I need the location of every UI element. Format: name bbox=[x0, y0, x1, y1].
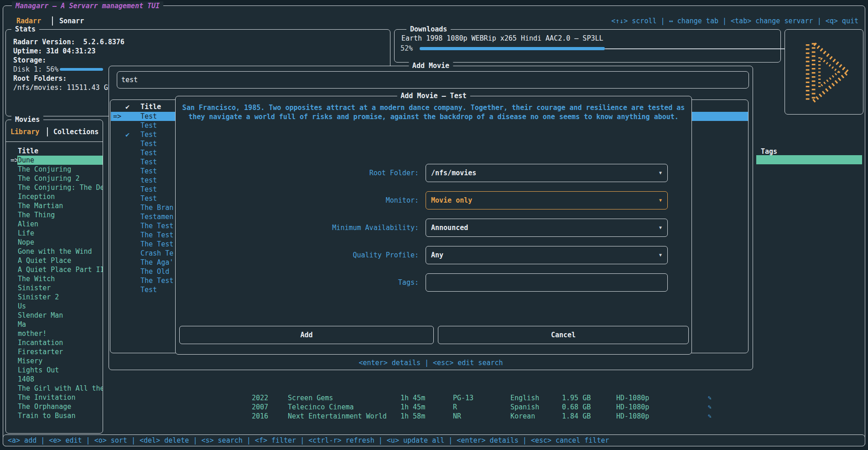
movie-search-input[interactable] bbox=[121, 72, 742, 88]
app-title: Managarr – A Servarr management TUI bbox=[12, 1, 163, 10]
movie-list-item[interactable]: Slender Man bbox=[6, 311, 103, 320]
table-row[interactable]: 2022Screen Gems1h 45mPG-13English1.95 GB… bbox=[0, 393, 868, 403]
selected-arrow bbox=[6, 220, 17, 229]
field-value: Announced bbox=[431, 219, 468, 236]
movie-title: Life bbox=[17, 229, 103, 238]
movie-title: Misery bbox=[17, 356, 103, 366]
movie-list-item[interactable]: Nope bbox=[6, 238, 103, 247]
bottom-keybind-hints: <a> add | <e> edit | <o> sort | <del> de… bbox=[8, 436, 609, 445]
download-progress-track bbox=[605, 48, 801, 49]
cell-language: English bbox=[510, 393, 539, 403]
field-value: Any bbox=[431, 246, 443, 264]
field-dropdown[interactable]: Any▼ bbox=[426, 246, 668, 264]
movie-list-item[interactable]: Us bbox=[6, 302, 103, 311]
add-button[interactable]: Add bbox=[179, 326, 434, 344]
movie-title: The Thing bbox=[17, 210, 103, 220]
movie-list-item[interactable]: A Quiet Place Part II bbox=[6, 265, 103, 274]
field-dropdown[interactable]: Movie only▼ bbox=[426, 191, 668, 209]
chevron-down-icon: ▼ bbox=[659, 192, 662, 209]
stats-version: Radarr Version: 5.2.6.8376 bbox=[13, 37, 125, 47]
movie-list-item[interactable]: 1408 bbox=[6, 375, 103, 384]
selected-arrow bbox=[6, 311, 17, 320]
result-title: The Bran bbox=[140, 203, 173, 212]
tab-divider bbox=[52, 16, 53, 26]
download-progress-bar bbox=[420, 47, 605, 50]
managarr-screen: Managarr – A Servarr management TUI Rada… bbox=[0, 0, 868, 450]
movie-list-item[interactable]: Ma bbox=[6, 320, 103, 329]
add-movie-modal: Add Movie – Test San Francisco, 1985. Tw… bbox=[175, 96, 692, 355]
field-dropdown[interactable]: /nfs/movies▼ bbox=[426, 164, 668, 182]
cell-rating: NR bbox=[453, 412, 461, 421]
tab-library[interactable]: Library bbox=[10, 127, 39, 136]
movie-title: Slender Man bbox=[17, 311, 103, 320]
movie-list-item[interactable]: The Witch bbox=[6, 274, 103, 283]
movie-list-item[interactable]: Inception bbox=[6, 192, 103, 201]
edit-icon: ✎ bbox=[708, 412, 712, 421]
field-input[interactable] bbox=[426, 273, 668, 292]
movie-list-item[interactable]: The Conjuring bbox=[6, 165, 103, 174]
movie-title: Dune bbox=[17, 156, 103, 165]
chevron-down-icon: ▼ bbox=[659, 164, 662, 182]
movie-title: Firestarter bbox=[17, 347, 103, 356]
movie-title: The Martian bbox=[17, 201, 103, 210]
selected-arrow bbox=[6, 274, 17, 283]
stats-uptime: Uptime: 31d 04:31:23 bbox=[13, 47, 96, 56]
cell-year: 2007 bbox=[252, 403, 268, 412]
top-keybind-hints: <↑↓> scroll | ↔ change tab | <tab> chang… bbox=[611, 16, 858, 26]
selected-arrow bbox=[6, 356, 17, 366]
movie-list-item[interactable]: mother! bbox=[6, 329, 103, 338]
movie-list-item[interactable]: Life bbox=[6, 229, 103, 238]
movie-search-box[interactable] bbox=[117, 71, 749, 89]
managarr-logo-icon bbox=[795, 38, 854, 106]
movie-list-item[interactable]: The Thing bbox=[6, 210, 103, 220]
cell-quality: HD-1080p bbox=[616, 403, 649, 412]
selected-arrow bbox=[6, 366, 17, 375]
result-title: Test bbox=[140, 185, 157, 194]
movie-list-item[interactable]: The Girl with All the bbox=[6, 384, 103, 393]
movie-list-item[interactable]: Incantation bbox=[6, 338, 103, 347]
movie-title: A Quiet Place Part II bbox=[17, 265, 103, 274]
selected-arrow bbox=[6, 174, 17, 183]
cell-size: 1.84 GB bbox=[562, 412, 591, 421]
movie-list-item[interactable]: Sinister 2 bbox=[6, 293, 103, 302]
movie-list-item[interactable]: Misery bbox=[6, 356, 103, 366]
movie-list-item[interactable]: The Martian bbox=[6, 201, 103, 210]
results-header-title: Title bbox=[140, 102, 161, 111]
movie-list-item[interactable]: Sinister bbox=[6, 283, 103, 293]
selected-arrow bbox=[6, 283, 17, 293]
selected-arrow bbox=[6, 375, 17, 384]
cell-size: 1.95 GB bbox=[562, 393, 591, 403]
field-label: Minimum Availability: bbox=[176, 219, 419, 237]
movie-list-item[interactable]: =>Dune bbox=[6, 156, 103, 165]
cell-year: 2022 bbox=[252, 393, 268, 403]
movie-list-item[interactable]: The Conjuring: The De bbox=[6, 183, 103, 192]
cancel-button[interactable]: Cancel bbox=[438, 326, 689, 344]
result-title: Test bbox=[140, 167, 157, 176]
result-title: The Test bbox=[140, 240, 173, 249]
add-movie-keybind-hints: <enter> details | <esc> edit search bbox=[109, 358, 753, 367]
table-row[interactable]: 2016Next Entertainment World1h 58mNRKore… bbox=[0, 412, 868, 421]
movie-description-line2: they navigate a world full of risks and … bbox=[176, 112, 691, 121]
movie-title: Lights Out bbox=[17, 366, 103, 375]
movie-list-item[interactable]: Firestarter bbox=[6, 347, 103, 356]
field-dropdown[interactable]: Announced▼ bbox=[426, 219, 668, 237]
tags-column-header: Tags bbox=[761, 147, 777, 156]
disk-usage-bar bbox=[60, 68, 103, 71]
table-row[interactable]: 2007Telecinco Cinema1h 45mRSpanish0.68 G… bbox=[0, 403, 868, 412]
movie-list-item[interactable]: The Conjuring 2 bbox=[6, 174, 103, 183]
movie-list-item[interactable]: A Quiet Place bbox=[6, 256, 103, 265]
movies-panel: Movies Library Collections Title =>DuneT… bbox=[5, 120, 103, 434]
logo-panel bbox=[785, 29, 863, 115]
selected-arrow bbox=[6, 247, 17, 256]
tab-radarr[interactable]: Radarr bbox=[16, 16, 41, 26]
tab-collections[interactable]: Collections bbox=[53, 127, 99, 136]
movie-list-item[interactable]: Gone with the Wind bbox=[6, 247, 103, 256]
cell-rating: PG-13 bbox=[453, 393, 473, 403]
cell-quality: HD-1080p bbox=[616, 412, 649, 421]
movie-list-item[interactable]: Lights Out bbox=[6, 366, 103, 375]
selected-arrow bbox=[6, 347, 17, 356]
field-value: /nfs/movies bbox=[431, 164, 476, 182]
cell-runtime: 1h 45m bbox=[400, 393, 425, 403]
movie-list-item[interactable]: Alien bbox=[6, 220, 103, 229]
downloads-panel: Downloads Earth 1998 1080p WEBRip x265 H… bbox=[394, 29, 781, 63]
